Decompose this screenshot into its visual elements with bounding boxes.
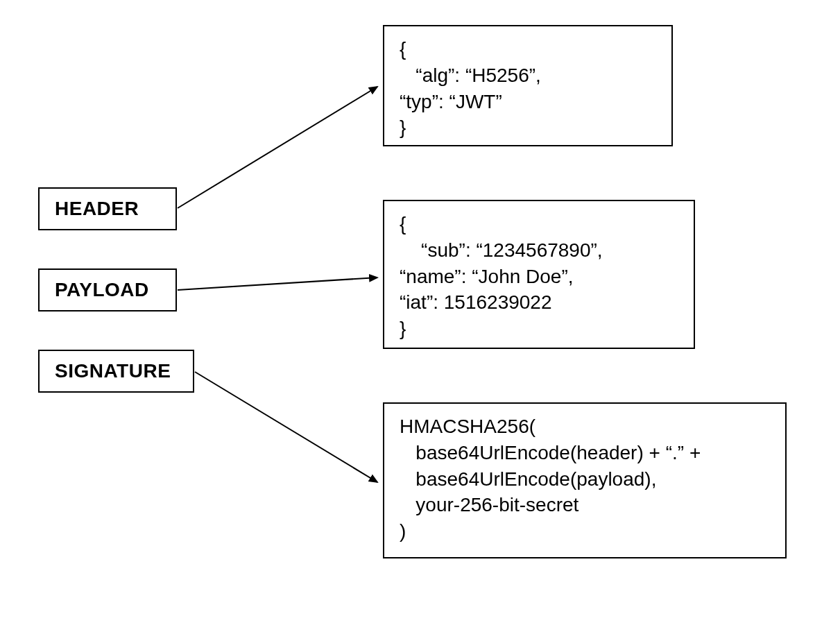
signature-content-box: HMACSHA256( base64UrlEncode(header) + “.… bbox=[383, 402, 787, 558]
signature-label: SIGNATURE bbox=[55, 360, 171, 382]
header-label: HEADER bbox=[55, 198, 139, 220]
arrow-header bbox=[178, 87, 377, 208]
header-content-box: { “alg”: “H5256”, “typ”: “JWT” } bbox=[383, 25, 673, 146]
signature-label-box: SIGNATURE bbox=[38, 350, 194, 393]
payload-content-box: { “sub”: “1234567890”, “name”: “John Doe… bbox=[383, 200, 695, 349]
arrow-signature bbox=[195, 372, 377, 482]
header-label-box: HEADER bbox=[38, 187, 177, 230]
payload-label: PAYLOAD bbox=[55, 279, 149, 301]
arrow-payload bbox=[178, 278, 377, 290]
jwt-structure-diagram: HEADER PAYLOAD SIGNATURE { “alg”: “H5256… bbox=[0, 0, 840, 623]
payload-label-box: PAYLOAD bbox=[38, 268, 177, 312]
